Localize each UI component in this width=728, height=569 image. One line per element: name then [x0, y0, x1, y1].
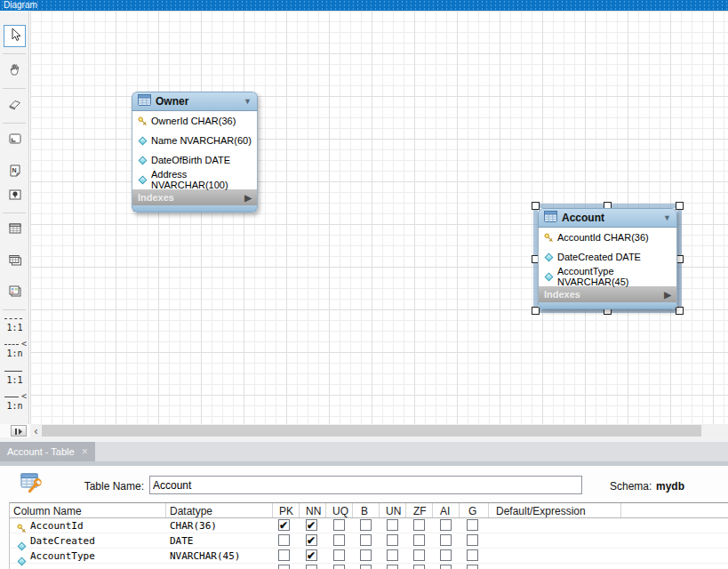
column-name-cell[interactable]: DateCreated — [30, 535, 95, 547]
rel-1to1-identifying-button[interactable]: 1:1 — [2, 365, 28, 389]
un-checkbox[interactable] — [387, 565, 398, 569]
g-checkbox[interactable] — [467, 549, 478, 561]
pk-checkbox[interactable] — [278, 534, 290, 546]
b-checkbox[interactable] — [360, 565, 372, 569]
nn-checkbox[interactable] — [306, 519, 317, 531]
un-checkbox[interactable] — [387, 534, 398, 546]
entity-column-row[interactable]: AccountType NVARCHAR(45) — [539, 267, 676, 286]
uq-checkbox[interactable] — [333, 549, 345, 561]
ai-checkbox[interactable] — [440, 565, 452, 569]
pk-checkbox[interactable] — [278, 549, 290, 561]
uq-checkbox[interactable] — [333, 534, 345, 546]
scroll-left-button[interactable]: ‹ — [30, 424, 42, 437]
entity-column-row[interactable]: OwnerId CHAR(36) — [132, 111, 257, 131]
entity-column-row[interactable]: DateCreated DATE — [539, 247, 676, 267]
nn-checkbox[interactable] — [306, 534, 317, 546]
g-checkbox[interactable] — [467, 565, 478, 569]
nn-checkbox[interactable] — [306, 565, 317, 569]
editor-tab-bar: Account - Table × — [0, 442, 728, 461]
selection-handle[interactable] — [676, 307, 684, 315]
ai-checkbox[interactable] — [440, 534, 452, 546]
table-name-input[interactable] — [149, 476, 582, 494]
note-tool-button[interactable]: N — [4, 161, 26, 183]
dashed-line-icon — [4, 344, 19, 345]
eraser-tool-button[interactable] — [4, 94, 26, 116]
expand-arrow-icon[interactable]: ▶ — [664, 290, 671, 300]
view-tool-button[interactable] — [4, 251, 26, 273]
uq-checkbox[interactable] — [333, 565, 345, 569]
zf-checkbox[interactable] — [413, 519, 425, 531]
un-checkbox[interactable] — [387, 519, 398, 531]
un-checkbox[interactable] — [387, 549, 398, 561]
b-checkbox[interactable] — [360, 519, 372, 531]
zf-checkbox[interactable] — [413, 549, 425, 561]
b-checkbox[interactable] — [360, 549, 372, 561]
pane-toggle-icon — [14, 423, 23, 439]
column-row-accountid[interactable]: AccountId CHAR(36) — [10, 518, 728, 533]
rel-1ton-non-identifying-button[interactable]: < 1:n — [2, 339, 28, 362]
sidebar-toggle-button[interactable] — [11, 425, 27, 437]
routine-group-tool-button[interactable] — [4, 282, 26, 304]
header-pk: PK — [279, 505, 293, 517]
entity-account[interactable]: Account ▼ AccountId CHAR(36) DateCreated… — [538, 208, 677, 309]
selection-handle[interactable] — [676, 202, 684, 210]
ai-checkbox[interactable] — [440, 519, 452, 531]
selection-handle[interactable] — [532, 202, 540, 210]
datatype-cell[interactable]: DATE — [170, 535, 194, 547]
column-name-cell[interactable]: AccountId — [30, 520, 84, 532]
rel-1ton-identifying-button[interactable]: < 1:n — [2, 391, 28, 414]
collapse-triangle-icon[interactable]: ▼ — [244, 97, 252, 106]
column-diamond-icon — [545, 272, 554, 281]
entity-owner[interactable]: Owner ▼ OwnerId CHAR(36) Name NVARCHAR(6… — [132, 92, 258, 212]
toolbar-separator — [3, 212, 26, 213]
table-tool-button[interactable] — [4, 219, 26, 241]
note-icon: N — [8, 164, 22, 181]
column-row-datecreated[interactable]: DateCreated DATE — [10, 533, 728, 549]
hand-tool-button[interactable] — [4, 60, 26, 82]
entity-column-row[interactable]: AccountId CHAR(36) — [539, 228, 676, 247]
g-checkbox[interactable] — [467, 519, 478, 531]
entity-owner-header[interactable]: Owner ▼ — [132, 92, 258, 111]
column-diamond-icon — [139, 175, 148, 184]
horizontal-scrollbar-thumb[interactable] — [42, 425, 701, 437]
horizontal-scrollbar[interactable]: ‹ — [30, 424, 728, 437]
column-row-new[interactable] — [10, 564, 728, 569]
entity-owner-indexes[interactable]: Indexes ▶ — [132, 189, 258, 205]
solid-line-icon — [4, 371, 22, 372]
rel-1to1-non-identifying-button[interactable]: 1:1 — [2, 313, 28, 336]
tab-account-table[interactable]: Account - Table × — [0, 442, 95, 461]
entity-column-row[interactable]: DateOfBirth DATE — [132, 150, 257, 170]
pk-checkbox[interactable] — [278, 519, 290, 531]
datatype-cell[interactable]: NVARCHAR(45) — [170, 550, 240, 562]
column-row-accounttype[interactable]: AccountType NVARCHAR(45) — [10, 549, 728, 564]
datatype-cell[interactable]: CHAR(36) — [170, 520, 217, 532]
zf-checkbox[interactable] — [413, 534, 425, 546]
expand-arrow-icon[interactable]: ▶ — [244, 193, 252, 203]
ai-checkbox[interactable] — [440, 549, 452, 561]
tab-close-icon[interactable]: × — [82, 446, 88, 457]
entity-owner-columns: OwnerId CHAR(36) Name NVARCHAR(60) DateO… — [132, 111, 258, 189]
entity-title: Account — [562, 212, 659, 224]
uq-checkbox[interactable] — [333, 519, 345, 531]
zf-checkbox[interactable] — [413, 565, 425, 569]
entity-account-header[interactable]: Account ▼ — [538, 208, 677, 228]
selection-handle[interactable] — [532, 307, 540, 315]
g-checkbox[interactable] — [467, 534, 478, 546]
b-checkbox[interactable] — [360, 534, 372, 546]
column-text: OwnerId CHAR(36) — [151, 116, 236, 126]
layer-tool-button[interactable] — [4, 129, 26, 151]
tools-sidebar: N 1:1 < 1:n 1:1 < 1:n — [0, 11, 29, 424]
image-tool-button[interactable] — [4, 185, 26, 207]
diagram-canvas[interactable]: Owner ▼ OwnerId CHAR(36) Name NVARCHAR(6… — [30, 11, 728, 424]
entity-account-indexes[interactable]: Indexes ▶ — [538, 286, 677, 302]
nn-checkbox[interactable] — [306, 549, 317, 561]
pk-checkbox[interactable] — [278, 565, 290, 569]
rel-label: 1:n — [2, 401, 28, 411]
entity-column-row[interactable]: Name NVARCHAR(60) — [132, 131, 257, 150]
column-name-cell[interactable]: AccountType — [30, 550, 95, 562]
pointer-tool-button[interactable] — [4, 25, 26, 47]
routine-group-icon — [8, 284, 22, 302]
collapse-triangle-icon[interactable]: ▼ — [663, 213, 671, 222]
toolbar-separator — [3, 123, 26, 124]
entity-column-row[interactable]: Address NVARCHAR(100) — [132, 170, 257, 189]
